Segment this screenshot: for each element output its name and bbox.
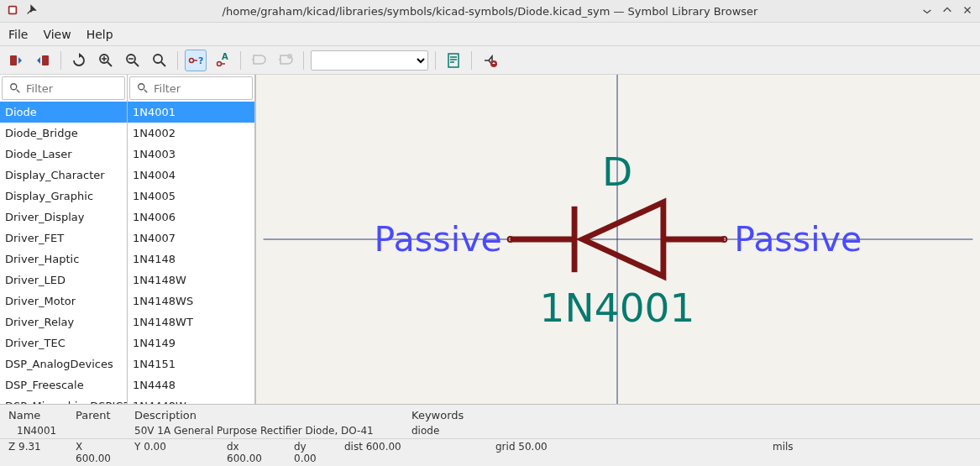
zoom-out-button[interactable]	[122, 50, 144, 71]
library-panel: DiodeDiode_BridgeDiode_LaserDisplay_Char…	[0, 75, 128, 404]
status-z: Z 9.31	[0, 439, 67, 466]
svg-rect-2	[10, 55, 17, 65]
symbol-row[interactable]: 1N4006	[128, 207, 254, 228]
status-dy: dy 0.00	[286, 439, 336, 466]
library-row[interactable]: Driver_Motor	[0, 291, 127, 312]
svg-text:?: ?	[198, 55, 203, 66]
library-row[interactable]: Driver_Display	[0, 207, 127, 228]
library-row[interactable]: Driver_FET	[0, 228, 127, 249]
symbol-row[interactable]: 1N4149	[128, 332, 254, 353]
svg-point-15	[139, 84, 144, 90]
symbol-row[interactable]: 1N4148WS	[128, 291, 254, 312]
status-dx: dx 600.00	[218, 439, 286, 466]
status-parent-header: Parent	[67, 407, 126, 423]
minimize-icon[interactable]	[921, 4, 933, 18]
pin-icon[interactable]	[25, 4, 37, 18]
status-keywords: diode	[403, 423, 448, 438]
status-keywords-header: Keywords	[403, 407, 472, 423]
library-row[interactable]: Diode	[0, 102, 127, 123]
symbol-row[interactable]: 1N4007	[128, 228, 254, 249]
symbol-row[interactable]: 1N4448W	[128, 395, 254, 404]
show-pintype-button[interactable]: ?	[185, 50, 207, 71]
symbol-row[interactable]: 1N4148W	[128, 270, 254, 291]
datasheet-button[interactable]	[443, 50, 464, 71]
svg-point-6	[154, 55, 162, 63]
svg-point-11	[287, 54, 292, 59]
svg-rect-3	[42, 55, 49, 65]
library-filter[interactable]	[2, 76, 125, 100]
status-desc: 50V 1A General Purpose Rectifier Diode, …	[126, 423, 403, 438]
maximize-icon[interactable]	[941, 4, 953, 18]
status-x: X 600.00	[67, 439, 126, 466]
zoom-fit-button[interactable]	[149, 50, 170, 71]
symbol-row[interactable]: 1N4004	[128, 165, 254, 186]
menu-view[interactable]: View	[43, 28, 71, 41]
search-icon	[9, 82, 21, 94]
library-row[interactable]: Driver_Haptic	[0, 249, 127, 270]
svg-rect-1	[10, 7, 16, 13]
status-parent	[67, 423, 126, 438]
show-pinnum-button[interactable]: A	[212, 50, 233, 71]
library-row[interactable]: Driver_LED	[0, 270, 127, 291]
status-units: mils	[764, 439, 802, 466]
library-row[interactable]: Diode_Laser	[0, 144, 127, 165]
library-row[interactable]: DSP_Freescale	[0, 374, 127, 395]
symbol-row[interactable]: 1N4151	[128, 353, 254, 374]
status-dist: dist 600.00	[336, 439, 487, 466]
symbol-row[interactable]: 1N4005	[128, 186, 254, 207]
symbol-row[interactable]: 1N4001	[128, 102, 254, 123]
library-row[interactable]: DSP_Microchip_DSPIC33	[0, 395, 127, 404]
symbol-panel: 1N40011N40021N40031N40041N40051N40061N40…	[128, 75, 255, 404]
library-row[interactable]: Display_Character	[0, 165, 127, 186]
status-grid: grid 50.00	[487, 439, 764, 466]
window-title: /home/graham/kicad/libraries/symbols/kic…	[57, 5, 923, 18]
svg-point-7	[190, 58, 194, 62]
library-list[interactable]: DiodeDiode_BridgeDiode_LaserDisplay_Char…	[0, 102, 127, 404]
symbol-row[interactable]: 1N4003	[128, 144, 254, 165]
library-row[interactable]: Display_Graphic	[0, 186, 127, 207]
next-symbol-button[interactable]	[32, 50, 54, 71]
app-icon	[7, 4, 18, 18]
library-row[interactable]: Driver_Relay	[0, 312, 127, 332]
svg-text:A: A	[222, 52, 228, 61]
library-row[interactable]: DSP_AnalogDevices	[0, 353, 127, 374]
menubar: File View Help	[0, 23, 980, 46]
menu-help[interactable]: Help	[86, 28, 113, 41]
symbol-row[interactable]: 1N4148WT	[128, 312, 254, 332]
main: DiodeDiode_BridgeDiode_LaserDisplay_Char…	[0, 75, 980, 404]
status-name-header: Name	[0, 407, 67, 423]
symbol-filter-input[interactable]	[154, 82, 245, 95]
unit-a-button[interactable]	[248, 50, 270, 71]
menu-file[interactable]: File	[8, 28, 28, 41]
status-y: Y 0.00	[126, 439, 218, 466]
library-row[interactable]: Driver_TEC	[0, 332, 127, 353]
statusbar: Name Parent Description Keywords 1N4001 …	[0, 404, 980, 466]
symbol-row[interactable]: 1N4448	[128, 374, 254, 395]
search-icon	[137, 82, 149, 94]
refresh-button[interactable]	[68, 50, 90, 71]
status-desc-header: Description	[126, 407, 403, 423]
symbol-row[interactable]: 1N4148	[128, 249, 254, 270]
prev-symbol-button[interactable]	[5, 50, 27, 71]
canvas[interactable]: D 1N4001 Passive Passive	[255, 75, 980, 404]
symbol-list[interactable]: 1N40011N40021N40031N40041N40051N40061N40…	[128, 102, 254, 404]
close-icon[interactable]	[962, 4, 973, 18]
library-filter-input[interactable]	[26, 82, 118, 95]
zoom-in-button[interactable]	[95, 50, 117, 71]
insert-symbol-button[interactable]	[479, 50, 500, 71]
svg-point-9	[217, 61, 222, 65]
toolbar: ? A	[0, 46, 980, 75]
titlebar: /home/graham/kicad/libraries/symbols/kic…	[0, 0, 980, 23]
status-name: 1N4001	[0, 423, 67, 438]
library-row[interactable]: Diode_Bridge	[0, 123, 127, 144]
symbol-row[interactable]: 1N4002	[128, 123, 254, 144]
unit-b-button[interactable]	[275, 50, 296, 71]
svg-point-14	[11, 84, 17, 90]
unit-select[interactable]	[311, 50, 428, 71]
symbol-filter[interactable]	[129, 76, 253, 100]
svg-rect-12	[448, 54, 459, 67]
